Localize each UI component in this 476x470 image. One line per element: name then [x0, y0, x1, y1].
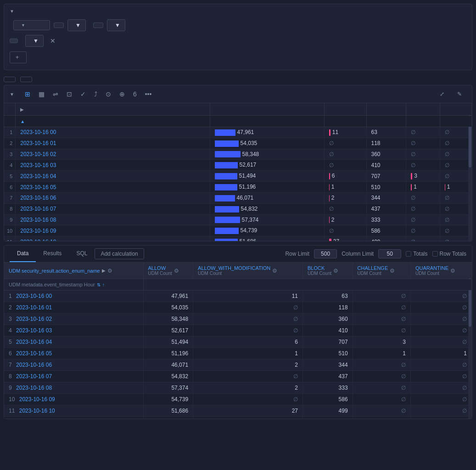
- results-allow-with-col-header[interactable]: ALLOW_WITH_MODIFICATION UDM Count ⚙: [193, 263, 303, 279]
- block-cell: 333: [366, 214, 406, 225]
- col-limit-input[interactable]: [378, 249, 401, 258]
- results-table: UDM security_result.action_enum_name ▶ ⚙…: [4, 263, 472, 419]
- plus-icon: +: [16, 54, 19, 61]
- block-col-header[interactable]: [366, 103, 406, 116]
- results-main-col-header[interactable]: UDM security_result.action_enum_name ▶ ⚙: [4, 263, 143, 279]
- results-date-cell: 11 2023-10-16 10: [4, 405, 143, 417]
- check-button[interactable]: ✓: [78, 89, 88, 99]
- challenge-cell: ∅: [406, 160, 440, 171]
- num-cell: 2: [193, 359, 303, 371]
- gear-icon[interactable]: ⚙: [390, 268, 395, 274]
- remove-filter-button[interactable]: ✕: [47, 36, 58, 45]
- num-cell: 343: [302, 417, 353, 419]
- six-button[interactable]: 6: [131, 89, 139, 99]
- results-date-cell: 4 2023-10-16 03: [4, 325, 143, 336]
- results-quarantine-col-header[interactable]: QUARANTINE UDM Count ⚙: [410, 263, 471, 279]
- tab-data[interactable]: Data: [10, 246, 36, 262]
- gear-icon[interactable]: ⚙: [333, 268, 338, 274]
- num-cell: 54,739: [143, 394, 193, 405]
- allow-with-cell: 1: [324, 182, 366, 193]
- quarantine-cell: ∅: [440, 127, 471, 138]
- allow-col-header[interactable]: [210, 103, 324, 116]
- num-cell: 48,559: [143, 417, 193, 419]
- pivot-button[interactable]: ⊡: [64, 89, 74, 99]
- gear-icon[interactable]: ⚙: [107, 268, 112, 274]
- zero-cell: ∅: [353, 325, 410, 336]
- totals-checkbox-label[interactable]: Totals: [406, 251, 427, 257]
- pin-icon: ⊕: [119, 90, 125, 98]
- viz-title[interactable]: ▼: [10, 92, 17, 97]
- main-col-header[interactable]: ▶: [16, 103, 210, 116]
- time-dropdown-2[interactable]: ▼: [107, 19, 125, 31]
- row-totals-checkbox-label[interactable]: Row Totals: [432, 251, 466, 257]
- quarantine-cell: ∅: [440, 225, 471, 236]
- zero-cell: ∅: [410, 382, 471, 394]
- custom-expression-button[interactable]: [20, 77, 32, 82]
- gear-icon[interactable]: ⚙: [174, 268, 179, 274]
- filter-row-2: ▼ ✕: [10, 35, 466, 47]
- row-totals-checkbox[interactable]: [432, 251, 438, 257]
- filter-button[interactable]: ⇌: [50, 89, 61, 99]
- more-button[interactable]: •••: [143, 89, 154, 99]
- quarantine-cell: ∅: [440, 171, 471, 182]
- zero-cell: ∅: [353, 313, 410, 325]
- num-cell: 360: [302, 313, 353, 325]
- bar-chart-button[interactable]: ▦: [36, 89, 47, 99]
- row-limit-input[interactable]: [314, 249, 337, 258]
- allow-cell: 54,035: [210, 138, 324, 149]
- edit-button[interactable]: ✎: [454, 90, 466, 99]
- tab-sql[interactable]: SQL: [69, 246, 95, 262]
- table-view-button[interactable]: ⊞: [22, 89, 33, 99]
- results-challenge-col-header[interactable]: CHALLENGE UDM Count ⚙: [353, 263, 410, 279]
- challenge-col-header[interactable]: [406, 103, 440, 116]
- add-filter-button[interactable]: +: [10, 51, 27, 63]
- allow-cell: 47,961: [210, 127, 324, 138]
- add-calculation-button[interactable]: Add calculation: [95, 248, 144, 259]
- sort-icon: ⇅: [97, 282, 101, 287]
- new-group-button[interactable]: [4, 77, 16, 82]
- results-date-cell: 10 2023-10-16 09: [4, 394, 143, 405]
- allow-with-cell: 27: [324, 236, 366, 241]
- operator-dropdown-1[interactable]: ▼: [13, 20, 50, 30]
- results-allow-col-header[interactable]: ALLOW UDM Count ⚙: [143, 263, 193, 279]
- num-cell: 11: [193, 291, 303, 302]
- not-null-dropdown[interactable]: ▼: [25, 35, 44, 47]
- totals-checkbox[interactable]: [406, 251, 411, 257]
- forecast-button[interactable]: ⤢: [437, 90, 449, 99]
- tabs-left: Data Results SQL Add calculation: [10, 246, 144, 262]
- results-block-col-header[interactable]: BLOCK UDM Count ⚙: [302, 263, 353, 279]
- filters-header[interactable]: ▼: [10, 9, 466, 14]
- date-input-2[interactable]: [93, 22, 103, 28]
- line-chart-button[interactable]: ⤴: [92, 89, 100, 99]
- chevron-down-icon: ▼: [10, 92, 14, 97]
- block-cell: 360: [366, 149, 406, 160]
- quarantine-col-header[interactable]: [440, 103, 471, 116]
- sub-main-col-header[interactable]: ▲: [16, 116, 210, 127]
- row-number: 6: [4, 182, 16, 193]
- allow-with-col-header[interactable]: [324, 103, 366, 116]
- pin-button[interactable]: ⊕: [117, 89, 127, 99]
- zero-cell: ∅: [353, 382, 410, 394]
- time-dropdown-1[interactable]: ▼: [67, 19, 86, 31]
- allow-with-cell: ∅: [324, 138, 366, 149]
- allow-with-cell: ∅: [324, 203, 366, 214]
- clock-button[interactable]: ⊙: [103, 89, 113, 99]
- zero-cell: ∅: [410, 371, 471, 382]
- quarantine-cell: 1: [440, 182, 471, 193]
- results-sub-main-header[interactable]: UDM metadata.event_timestamp Hour ⇅ ↑: [4, 279, 143, 291]
- block-cell: 586: [366, 225, 406, 236]
- row-totals-label: Row Totals: [440, 251, 466, 257]
- zero-cell: ∅: [193, 313, 303, 325]
- allow-with-cell: 11: [324, 127, 366, 138]
- tab-results[interactable]: Results: [36, 246, 69, 262]
- check-icon: ✓: [80, 90, 86, 98]
- allow-with-cell: 6: [324, 171, 366, 182]
- gear-icon[interactable]: ⚙: [450, 268, 455, 274]
- num-cell: 510: [302, 348, 353, 359]
- zero-cell: ∅: [410, 336, 471, 348]
- gear-icon[interactable]: ⚙: [272, 268, 277, 274]
- num-cell: 63: [302, 291, 353, 302]
- results-date-cell: 9 2023-10-16 08: [4, 382, 143, 394]
- date-input-1[interactable]: [54, 22, 64, 28]
- results-date-cell: 12 2023-10-16 11: [4, 417, 143, 419]
